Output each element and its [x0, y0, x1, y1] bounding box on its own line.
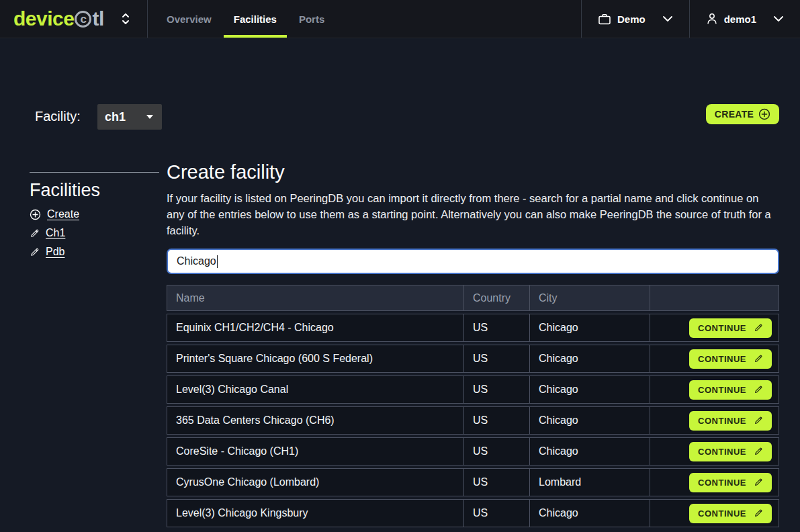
table-row: Level(3) Chicago Kingsbury US Chicago CO… [167, 499, 779, 527]
logo-circled-c: c [75, 11, 91, 28]
table-row: Level(3) Chicago Canal US Chicago CONTIN… [167, 375, 779, 404]
continue-button[interactable]: CONTINUE [689, 318, 772, 338]
table-row: Equinix CH1/CH2/CH4 - Chicago US Chicago… [167, 314, 779, 342]
plus-circle-icon [30, 209, 41, 220]
cell-name: 365 Data Centers Chicago (CH6) [167, 406, 463, 435]
continue-button-label: CONTINUE [698, 416, 746, 426]
cell-name: CyrusOne Chicago (Lombard) [167, 468, 463, 496]
create-facility-button[interactable]: CREATE [706, 104, 779, 124]
user-icon [707, 13, 717, 25]
continue-button[interactable]: CONTINUE [689, 504, 772, 523]
continue-button[interactable]: CONTINUE [689, 411, 772, 431]
cell-country: US [463, 375, 529, 404]
pencil-icon [754, 416, 763, 425]
peeringdb-results-table: Name Country City Equinix CH1/CH2/CH4 - … [167, 282, 779, 530]
search-input-value: Chicago [177, 255, 216, 267]
facilities-sidebar: Facilities Create Ch1 Pdb [30, 172, 159, 258]
continue-button[interactable]: CONTINUE [689, 380, 772, 400]
sidebar-item-create[interactable]: Create [30, 208, 159, 220]
pencil-icon [754, 478, 763, 487]
org-menu[interactable]: Demo [581, 0, 689, 38]
sidebar-item-label: Create [47, 208, 79, 220]
cell-country: US [463, 345, 529, 373]
cell-country: US [463, 314, 529, 342]
cell-city: Chicago [529, 375, 650, 404]
cell-country: US [463, 406, 529, 435]
pencil-icon [754, 354, 763, 363]
continue-button-label: CONTINUE [698, 323, 746, 333]
sidebar-title: Facilities [30, 180, 159, 201]
plus-circle-icon [758, 108, 770, 120]
org-name: Demo [617, 13, 646, 25]
pencil-icon [754, 385, 763, 394]
main-nav: Overview Facilities Ports [167, 0, 324, 38]
continue-button-label: CONTINUE [698, 447, 746, 457]
cell-city: Chicago [529, 314, 650, 342]
table-row: CyrusOne Chicago (Lombard) US Lombard CO… [167, 468, 779, 496]
pencil-icon [754, 323, 763, 332]
sidebar-divider [30, 172, 159, 173]
continue-button[interactable]: CONTINUE [689, 473, 772, 492]
sidebar-item-pdb[interactable]: Pdb [30, 246, 159, 258]
continue-button-label: CONTINUE [698, 478, 746, 488]
sidebar-item-label: Ch1 [46, 227, 65, 239]
page-title: Create facility [167, 161, 285, 183]
app-logo: devicectl [13, 9, 104, 29]
continue-button[interactable]: CONTINUE [689, 349, 772, 369]
column-header-action [650, 285, 779, 311]
pencil-icon [754, 447, 763, 456]
caret-down-icon [146, 115, 153, 119]
cell-name: Level(3) Chicago Canal [167, 375, 463, 404]
cell-country: US [463, 468, 529, 496]
page-description: If your facility is listed on PeeringDB … [167, 190, 776, 238]
cell-city: Chicago [529, 437, 650, 466]
cell-name: Printer's Square Chicago (600 S Federal) [167, 345, 463, 373]
pencil-icon [30, 247, 40, 257]
cell-city: Chicago [529, 499, 650, 527]
sidebar-item-label: Pdb [46, 246, 64, 258]
briefcase-icon [598, 13, 611, 25]
table-row: 365 Data Centers Chicago (CH6) US Chicag… [167, 406, 779, 435]
user-name: demo1 [724, 13, 756, 25]
column-header-country: Country [463, 285, 529, 311]
chevron-down-icon [774, 16, 783, 21]
search-input[interactable]: Chicago [167, 249, 779, 274]
tab-ports[interactable]: Ports [299, 0, 324, 38]
brand-block[interactable]: devicectl [0, 0, 148, 38]
facility-label: Facility: [35, 109, 81, 124]
cell-city: Chicago [529, 345, 650, 373]
facility-select[interactable]: ch1 [97, 104, 162, 130]
tab-facilities[interactable]: Facilities [234, 0, 277, 38]
continue-button-label: CONTINUE [698, 354, 746, 364]
continue-button-label: CONTINUE [698, 385, 746, 395]
header-right: Demo demo1 [581, 0, 800, 38]
sidebar-list: Create Ch1 Pdb [30, 208, 159, 258]
cell-city: Chicago [529, 406, 650, 435]
user-menu[interactable]: demo1 [689, 0, 800, 38]
column-header-name: Name [167, 285, 463, 311]
cell-name: CoreSite - Chicago (CH1) [167, 437, 463, 466]
table-header-row: Name Country City [167, 285, 779, 311]
pencil-icon [30, 228, 40, 238]
text-caret [217, 255, 218, 268]
logo-text-device: device [13, 9, 74, 29]
pencil-icon [754, 508, 763, 518]
continue-button[interactable]: CONTINUE [689, 442, 772, 461]
tab-overview[interactable]: Overview [167, 0, 212, 38]
cell-name: Level(3) Chicago Kingsbury [167, 499, 463, 527]
chevron-down-icon [663, 16, 672, 21]
facility-select-value: ch1 [105, 110, 126, 124]
cell-city: Lombard [529, 468, 650, 496]
table-row: Printer's Square Chicago (600 S Federal)… [167, 345, 779, 373]
continue-button-label: CONTINUE [698, 508, 746, 519]
create-button-label: CREATE [715, 109, 754, 120]
expand-collapse-icon[interactable] [122, 12, 130, 26]
table-row: CoreSite - Chicago (CH1) US Chicago CONT… [167, 437, 779, 466]
app-header: devicectl Overview Facilities Ports Demo… [0, 0, 800, 38]
cell-country: US [463, 437, 529, 466]
cell-country: US [463, 499, 529, 527]
cell-name: Equinix CH1/CH2/CH4 - Chicago [167, 314, 463, 342]
column-header-city: City [529, 285, 650, 311]
sidebar-item-ch1[interactable]: Ch1 [30, 227, 159, 239]
logo-text-tl: tl [92, 9, 103, 29]
